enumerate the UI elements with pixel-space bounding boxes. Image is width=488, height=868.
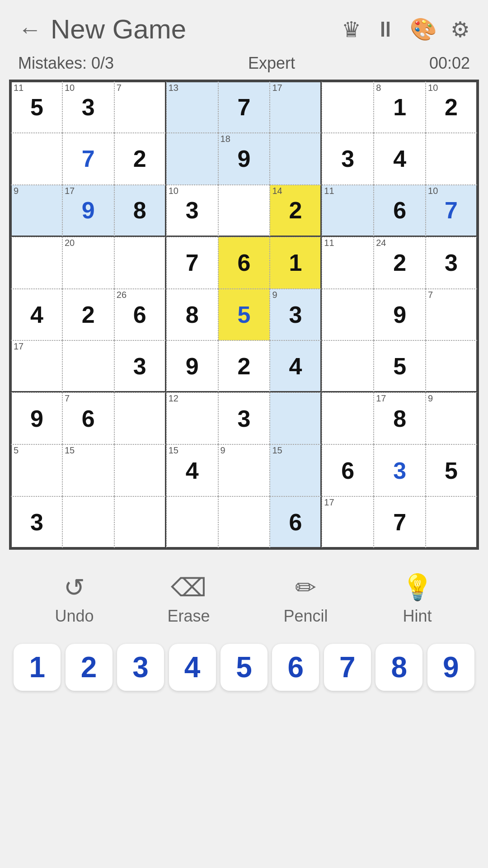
table-row[interactable]: 17 bbox=[322, 496, 374, 548]
table-row[interactable] bbox=[426, 133, 478, 185]
table-row[interactable]: 5 bbox=[218, 289, 270, 341]
table-row[interactable]: 7 bbox=[62, 133, 114, 185]
table-row[interactable]: 107 bbox=[426, 185, 478, 237]
pencil-button[interactable]: ✏ Pencil bbox=[283, 573, 328, 626]
table-row[interactable]: 189 bbox=[218, 133, 270, 185]
table-row[interactable]: 266 bbox=[114, 289, 166, 341]
table-row[interactable]: 81 bbox=[374, 81, 426, 133]
table-row[interactable] bbox=[322, 289, 374, 341]
table-row[interactable] bbox=[218, 185, 270, 237]
num-button-5[interactable]: 5 bbox=[221, 644, 267, 691]
table-row[interactable]: 3 bbox=[374, 444, 426, 496]
num-button-2[interactable]: 2 bbox=[66, 644, 113, 691]
table-row[interactable] bbox=[62, 340, 114, 392]
palette-icon[interactable]: 🎨 bbox=[410, 17, 437, 42]
table-row[interactable]: 8 bbox=[114, 185, 166, 237]
table-row[interactable]: 3 bbox=[322, 133, 374, 185]
num-button-7[interactable]: 7 bbox=[324, 644, 371, 691]
table-row[interactable]: 103 bbox=[62, 81, 114, 133]
table-row[interactable]: 13 bbox=[166, 81, 218, 133]
table-row[interactable] bbox=[10, 133, 62, 185]
table-row[interactable] bbox=[114, 392, 166, 444]
table-row[interactable]: 3 bbox=[10, 496, 62, 548]
table-row[interactable]: 154 bbox=[166, 444, 218, 496]
table-row[interactable] bbox=[10, 237, 62, 289]
table-row[interactable] bbox=[218, 496, 270, 548]
table-row[interactable] bbox=[426, 340, 478, 392]
table-row[interactable]: 6 bbox=[374, 185, 426, 237]
table-row[interactable]: 3 bbox=[218, 392, 270, 444]
back-button[interactable]: ← bbox=[18, 16, 42, 43]
undo-button[interactable]: ↺ Undo bbox=[55, 573, 94, 626]
table-row[interactable]: 242 bbox=[374, 237, 426, 289]
num-button-9[interactable]: 9 bbox=[427, 644, 474, 691]
table-row[interactable]: 93 bbox=[270, 289, 322, 341]
table-row[interactable]: 7 bbox=[218, 81, 270, 133]
table-row[interactable] bbox=[322, 81, 374, 133]
table-row[interactable] bbox=[166, 496, 218, 548]
num-button-4[interactable]: 4 bbox=[169, 644, 216, 691]
table-row[interactable]: 9 bbox=[10, 392, 62, 444]
table-row[interactable]: 11 bbox=[322, 237, 374, 289]
table-row[interactable]: 2 bbox=[114, 133, 166, 185]
cell-note: 15 bbox=[169, 446, 178, 455]
table-row[interactable]: 4 bbox=[10, 289, 62, 341]
table-row[interactable]: 2 bbox=[62, 289, 114, 341]
table-row[interactable]: 1 bbox=[270, 237, 322, 289]
table-row[interactable]: 9 bbox=[166, 340, 218, 392]
table-row[interactable]: 102 bbox=[426, 81, 478, 133]
table-row[interactable] bbox=[166, 133, 218, 185]
table-row[interactable]: 15 bbox=[270, 444, 322, 496]
table-row[interactable]: 20 bbox=[62, 237, 114, 289]
table-row[interactable]: 4 bbox=[270, 340, 322, 392]
num-button-6[interactable]: 6 bbox=[272, 644, 319, 691]
table-row[interactable]: 5 bbox=[426, 444, 478, 496]
table-row[interactable]: 142 bbox=[270, 185, 322, 237]
table-row[interactable]: 9 bbox=[374, 289, 426, 341]
table-row[interactable]: 5 bbox=[10, 444, 62, 496]
table-row[interactable]: 9 bbox=[426, 392, 478, 444]
table-row[interactable]: 6 bbox=[322, 444, 374, 496]
table-row[interactable]: 7 bbox=[166, 237, 218, 289]
table-row[interactable] bbox=[322, 340, 374, 392]
table-row[interactable]: 8 bbox=[166, 289, 218, 341]
table-row[interactable]: 11 bbox=[322, 185, 374, 237]
hint-button[interactable]: 💡 Hint bbox=[402, 572, 433, 626]
table-row[interactable]: 2 bbox=[218, 340, 270, 392]
num-button-8[interactable]: 8 bbox=[375, 644, 422, 691]
num-button-1[interactable]: 1 bbox=[14, 644, 61, 691]
table-row[interactable]: 115 bbox=[10, 81, 62, 133]
table-row[interactable]: 179 bbox=[62, 185, 114, 237]
table-row[interactable] bbox=[426, 496, 478, 548]
table-row[interactable]: 3 bbox=[114, 340, 166, 392]
table-row[interactable]: 7 bbox=[374, 496, 426, 548]
table-row[interactable] bbox=[114, 237, 166, 289]
table-row[interactable]: 178 bbox=[374, 392, 426, 444]
table-row[interactable]: 76 bbox=[62, 392, 114, 444]
table-row[interactable]: 7 bbox=[426, 289, 478, 341]
table-row[interactable]: 103 bbox=[166, 185, 218, 237]
table-row[interactable]: 6 bbox=[270, 496, 322, 548]
table-row[interactable]: 9 bbox=[218, 444, 270, 496]
pause-icon[interactable]: ⏸ bbox=[375, 17, 396, 42]
table-row[interactable]: 9 bbox=[10, 185, 62, 237]
erase-button[interactable]: ⌫ Erase bbox=[167, 573, 210, 626]
table-row[interactable] bbox=[114, 444, 166, 496]
table-row[interactable] bbox=[322, 392, 374, 444]
table-row[interactable] bbox=[270, 392, 322, 444]
settings-icon[interactable]: ⚙ bbox=[450, 17, 470, 42]
table-row[interactable]: 17 bbox=[270, 81, 322, 133]
crown-icon[interactable]: ♛ bbox=[342, 17, 361, 42]
table-row[interactable]: 4 bbox=[374, 133, 426, 185]
table-row[interactable]: 17 bbox=[10, 340, 62, 392]
table-row[interactable]: 3 bbox=[426, 237, 478, 289]
table-row[interactable]: 7 bbox=[114, 81, 166, 133]
num-button-3[interactable]: 3 bbox=[117, 644, 164, 691]
table-row[interactable]: 12 bbox=[166, 392, 218, 444]
table-row[interactable]: 6 bbox=[218, 237, 270, 289]
table-row[interactable] bbox=[114, 496, 166, 548]
table-row[interactable]: 5 bbox=[374, 340, 426, 392]
table-row[interactable] bbox=[270, 133, 322, 185]
table-row[interactable]: 15 bbox=[62, 444, 114, 496]
table-row[interactable] bbox=[62, 496, 114, 548]
